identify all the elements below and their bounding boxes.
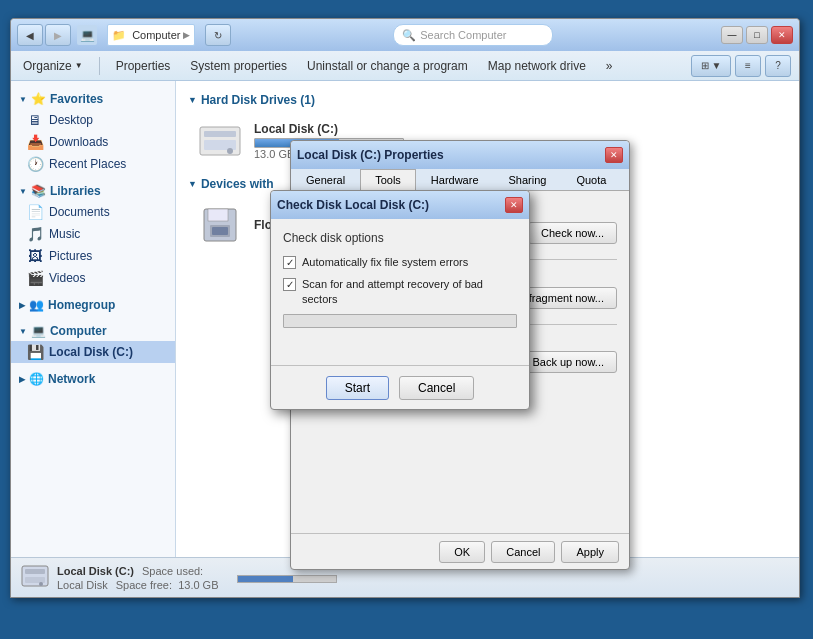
minimize-button[interactable]: — <box>721 26 743 44</box>
close-button[interactable]: ✕ <box>771 26 793 44</box>
libraries-label: Libraries <box>50 184 101 198</box>
check-now-button[interactable]: Check now... <box>528 222 617 244</box>
properties-button[interactable]: Properties <box>112 57 175 75</box>
refresh-icon[interactable]: ↻ <box>205 24 231 46</box>
tab-hardware[interactable]: Hardware <box>416 169 494 190</box>
homegroup-arrow: ▶ <box>19 301 25 310</box>
devices-section-label: Devices with <box>201 177 274 191</box>
system-properties-button[interactable]: System properties <box>186 57 291 75</box>
option-fix-errors-label: Automatically fix file system errors <box>302 255 468 269</box>
check-cancel-button[interactable]: Cancel <box>399 376 474 400</box>
favorites-arrow: ▼ <box>19 95 27 104</box>
tab-sharing[interactable]: Sharing <box>494 169 562 190</box>
nav-buttons: ◀ ▶ <box>17 24 71 46</box>
check-disk-footer: Start Cancel <box>271 365 529 409</box>
maximize-button[interactable]: □ <box>746 26 768 44</box>
hard-disk-section-label: Hard Disk Drives (1) <box>201 93 315 107</box>
forward-button[interactable]: ▶ <box>45 24 71 46</box>
sidebar-recent-label: Recent Places <box>49 157 126 171</box>
favorites-star: ⭐ <box>31 92 46 106</box>
status-drive-icon <box>21 564 49 592</box>
sidebar-pictures-label: Pictures <box>49 249 92 263</box>
network-header[interactable]: ▶ 🌐 Network <box>11 369 175 389</box>
sidebar-local-disk-label: Local Disk (C:) <box>49 345 133 359</box>
check-start-button[interactable]: Start <box>326 376 389 400</box>
map-network-button[interactable]: Map network drive <box>484 57 590 75</box>
backup-now-button[interactable]: Back up now... <box>519 351 617 373</box>
tab-tools[interactable]: Tools <box>360 169 416 191</box>
tab-general[interactable]: General <box>291 169 360 190</box>
search-icon: 🔍 <box>402 29 416 42</box>
sidebar-item-pictures[interactable]: 🖼 Pictures <box>11 245 175 267</box>
check-disk-title-bar: Check Disk Local Disk (C:) ✕ <box>271 191 529 219</box>
desktop-icon: 🖥 <box>27 112 43 128</box>
sidebar-item-videos[interactable]: 🎬 Videos <box>11 267 175 289</box>
sidebar-item-music[interactable]: 🎵 Music <box>11 223 175 245</box>
check-disk-close-button[interactable]: ✕ <box>505 197 523 213</box>
more-button[interactable]: » <box>602 57 617 75</box>
svg-rect-1 <box>204 131 236 137</box>
homegroup-section: ▶ 👥 Homegroup <box>11 295 175 315</box>
checkbox-scan-sectors[interactable]: ✓ <box>283 278 296 291</box>
computer-arrow: ▼ <box>19 327 27 336</box>
status-usage-bar <box>237 575 337 583</box>
properties-tabs: General Tools Hardware Sharing Quota <box>291 169 629 191</box>
help-button[interactable]: ? <box>765 55 791 77</box>
view-options-button[interactable]: ⊞ ▼ <box>691 55 731 77</box>
sidebar-item-downloads[interactable]: 📥 Downloads <box>11 131 175 153</box>
hard-disk-section-header: ▼ Hard Disk Drives (1) <box>188 93 787 107</box>
favorites-label: Favorites <box>50 92 103 106</box>
network-label: Network <box>48 372 95 386</box>
organize-label: Organize <box>23 59 72 73</box>
sidebar-music-label: Music <box>49 227 80 241</box>
computer-header[interactable]: ▼ 💻 Computer <box>11 321 175 341</box>
sidebar-item-recent[interactable]: 🕐 Recent Places <box>11 153 175 175</box>
music-icon: 🎵 <box>27 226 43 242</box>
properties-close-button[interactable]: ✕ <box>605 147 623 163</box>
organize-arrow: ▼ <box>75 61 83 70</box>
sidebar-downloads-label: Downloads <box>49 135 108 149</box>
sidebar-item-desktop[interactable]: 🖥 Desktop <box>11 109 175 131</box>
favorites-section: ▼ ⭐ Favorites 🖥 Desktop 📥 Downloads 🕐 Re… <box>11 89 175 175</box>
properties-title-bar: Local Disk (C:) Properties ✕ <box>291 141 629 169</box>
check-disk-title: Check Disk Local Disk (C:) <box>277 198 429 212</box>
status-drive-name: Local Disk (C:) <box>57 565 134 577</box>
favorites-header[interactable]: ▼ ⭐ Favorites <box>11 89 175 109</box>
homegroup-icon: 👥 <box>29 298 44 312</box>
devices-arrow: ▼ <box>188 179 197 189</box>
homegroup-label: Homegroup <box>48 298 115 312</box>
homegroup-header[interactable]: ▶ 👥 Homegroup <box>11 295 175 315</box>
status-usage-bar-container <box>237 573 337 583</box>
sidebar-videos-label: Videos <box>49 271 85 285</box>
search-bar[interactable]: 🔍 Search Computer <box>393 24 553 46</box>
address-bar[interactable]: 📁 Computer ▶ <box>107 24 195 46</box>
search-placeholder: Search Computer <box>420 29 506 41</box>
organize-menu[interactable]: Organize ▼ <box>19 57 87 75</box>
drive-c-name: Local Disk (C:) <box>254 122 779 136</box>
pictures-icon: 🖼 <box>27 248 43 264</box>
checkbox-fix-errors[interactable]: ✓ <box>283 256 296 269</box>
details-button[interactable]: ≡ <box>735 55 761 77</box>
libraries-icon: 📚 <box>31 184 46 198</box>
cancel-button[interactable]: Cancel <box>491 541 555 563</box>
refresh-btn[interactable]: ↻ <box>205 24 231 46</box>
toolbar: Organize ▼ Properties System properties … <box>11 51 799 81</box>
properties-footer: OK Cancel Apply <box>291 533 629 569</box>
ok-button[interactable]: OK <box>439 541 485 563</box>
sidebar-item-local-disk[interactable]: 💾 Local Disk (C:) <box>11 341 175 363</box>
tab-quota[interactable]: Quota <box>561 169 621 190</box>
computer-section: ▼ 💻 Computer 💾 Local Disk (C:) <box>11 321 175 363</box>
back-button[interactable]: ◀ <box>17 24 43 46</box>
svg-point-11 <box>39 582 43 586</box>
svg-rect-10 <box>25 577 45 583</box>
computer-icon: 💻 <box>77 25 97 45</box>
sidebar-item-documents[interactable]: 📄 Documents <box>11 201 175 223</box>
apply-button[interactable]: Apply <box>561 541 619 563</box>
toolbar-right: ⊞ ▼ ≡ ? <box>691 55 791 77</box>
downloads-icon: 📥 <box>27 134 43 150</box>
uninstall-button[interactable]: Uninstall or change a program <box>303 57 472 75</box>
libraries-header[interactable]: ▼ 📚 Libraries <box>11 181 175 201</box>
sidebar-desktop-label: Desktop <box>49 113 93 127</box>
check-option-1: ✓ Automatically fix file system errors <box>283 255 517 269</box>
toolbar-separator-1 <box>99 57 100 75</box>
